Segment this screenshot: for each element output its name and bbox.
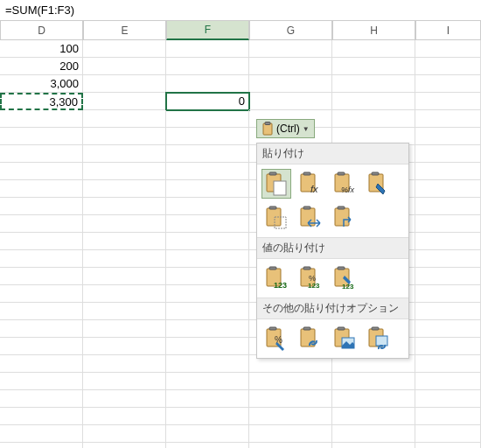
cell-H4[interactable] — [332, 93, 415, 110]
cell[interactable] — [166, 163, 249, 180]
cell-I4[interactable] — [415, 93, 481, 110]
cell[interactable] — [415, 285, 481, 303]
cell[interactable] — [0, 320, 83, 338]
cell[interactable] — [415, 338, 481, 355]
cell[interactable] — [166, 443, 249, 448]
cell[interactable] — [166, 390, 249, 408]
cell[interactable] — [0, 390, 83, 408]
cell-E2[interactable] — [83, 58, 166, 75]
cell[interactable] — [83, 180, 166, 198]
cell[interactable] — [83, 233, 166, 250]
cell[interactable] — [0, 128, 83, 145]
cell[interactable] — [166, 198, 249, 215]
cell[interactable] — [415, 408, 481, 425]
cell[interactable] — [166, 320, 249, 338]
cell[interactable] — [0, 198, 83, 215]
cell-H1[interactable] — [332, 40, 415, 58]
cell-E1[interactable] — [83, 40, 166, 58]
cell-G3[interactable] — [249, 75, 332, 93]
cell-I1[interactable] — [415, 40, 481, 58]
cell[interactable] — [83, 250, 166, 268]
paste-formulas-icon[interactable]: fx — [296, 169, 325, 199]
cell-E4[interactable] — [83, 93, 166, 110]
cell[interactable] — [415, 198, 481, 215]
cell[interactable] — [332, 390, 415, 408]
cell[interactable] — [249, 390, 332, 408]
cell[interactable] — [166, 408, 249, 425]
cell[interactable] — [83, 390, 166, 408]
cell[interactable] — [415, 163, 481, 180]
cell[interactable] — [83, 355, 166, 373]
cell[interactable] — [0, 425, 83, 443]
cell[interactable] — [166, 373, 249, 390]
cell[interactable] — [166, 180, 249, 198]
cell[interactable] — [332, 425, 415, 443]
cell[interactable] — [166, 128, 249, 145]
cell[interactable] — [415, 128, 481, 145]
paste-keep-source-formatting-icon[interactable] — [364, 169, 394, 199]
cell-G2[interactable] — [249, 58, 332, 75]
cell[interactable] — [83, 443, 166, 448]
cell-G4[interactable] — [249, 93, 332, 110]
cell[interactable] — [415, 390, 481, 408]
cell-H3[interactable] — [332, 75, 415, 93]
paste-options-button[interactable]: (Ctrl) ▼ — [256, 119, 315, 138]
cell[interactable] — [166, 110, 249, 128]
cell[interactable] — [332, 443, 415, 448]
cell-D1[interactable]: 100 — [0, 40, 83, 58]
cell[interactable] — [0, 110, 83, 128]
cell-G1[interactable] — [249, 40, 332, 58]
cell[interactable] — [166, 145, 249, 163]
paste-picture-icon[interactable] — [330, 324, 359, 354]
cell[interactable] — [415, 215, 481, 233]
cell[interactable] — [415, 373, 481, 390]
cell[interactable] — [249, 408, 332, 425]
paste-no-borders-icon[interactable] — [261, 203, 291, 233]
cell[interactable] — [332, 110, 415, 128]
cell[interactable] — [249, 443, 332, 448]
formula-bar[interactable]: =SUM(F1:F3) — [0, 0, 481, 21]
cell-E3[interactable] — [83, 75, 166, 93]
cell[interactable] — [83, 110, 166, 128]
cell[interactable] — [415, 180, 481, 198]
cell-F2[interactable] — [166, 58, 249, 75]
cell[interactable] — [0, 285, 83, 303]
cell[interactable] — [415, 425, 481, 443]
cell-I2[interactable] — [415, 58, 481, 75]
paste-column-widths-icon[interactable] — [296, 203, 325, 233]
cell[interactable] — [0, 145, 83, 163]
cell[interactable] — [83, 215, 166, 233]
cell[interactable] — [0, 250, 83, 268]
cell[interactable] — [83, 285, 166, 303]
cell-D4[interactable]: 3,300 — [0, 93, 83, 110]
cell[interactable] — [0, 268, 83, 285]
col-header-G[interactable]: G — [249, 21, 332, 40]
cell[interactable] — [83, 373, 166, 390]
cell[interactable] — [83, 320, 166, 338]
col-header-F[interactable]: F — [166, 21, 249, 40]
cell[interactable] — [415, 355, 481, 373]
cell-I3[interactable] — [415, 75, 481, 93]
cell[interactable] — [249, 373, 332, 390]
paste-all-icon[interactable] — [261, 169, 291, 199]
cell[interactable] — [166, 285, 249, 303]
cell[interactable] — [166, 355, 249, 373]
cell[interactable] — [415, 145, 481, 163]
paste-values-icon[interactable]: 123 — [261, 263, 291, 293]
cell[interactable] — [166, 233, 249, 250]
cell[interactable] — [415, 268, 481, 285]
cell[interactable] — [0, 215, 83, 233]
cell[interactable] — [166, 250, 249, 268]
cell-F1[interactable] — [166, 40, 249, 58]
cell[interactable] — [83, 145, 166, 163]
paste-values-source-formatting-icon[interactable]: 123 — [330, 263, 359, 293]
col-header-D[interactable]: D — [0, 21, 83, 40]
cell[interactable] — [83, 408, 166, 425]
cell[interactable] — [415, 250, 481, 268]
cell[interactable] — [0, 180, 83, 198]
paste-values-number-format-icon[interactable]: %123 — [296, 263, 325, 293]
cell[interactable] — [0, 408, 83, 425]
cell-F4[interactable]: 0 — [166, 93, 249, 110]
cell[interactable] — [415, 233, 481, 250]
cell[interactable] — [415, 320, 481, 338]
